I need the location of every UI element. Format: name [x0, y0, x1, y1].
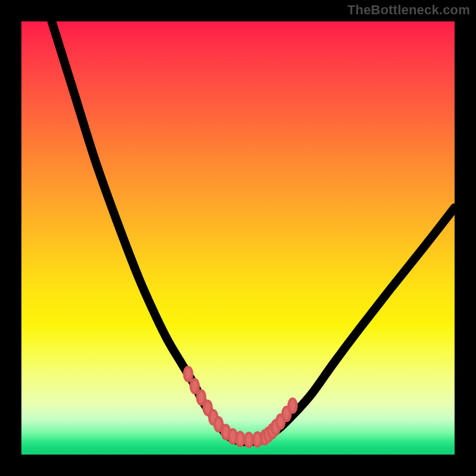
curve-marker: [245, 433, 253, 447]
plot-area: [21, 21, 455, 455]
curve-marker: [236, 432, 244, 446]
chart-frame: TheBottleneck.com: [0, 0, 476, 476]
curve-marker: [191, 379, 199, 393]
bottleneck-curve: [52, 21, 455, 441]
curve-marker: [289, 399, 296, 412]
plot-svg: [21, 21, 455, 455]
attribution-label: TheBottleneck.com: [347, 2, 470, 18]
curve-marker: [184, 367, 192, 381]
